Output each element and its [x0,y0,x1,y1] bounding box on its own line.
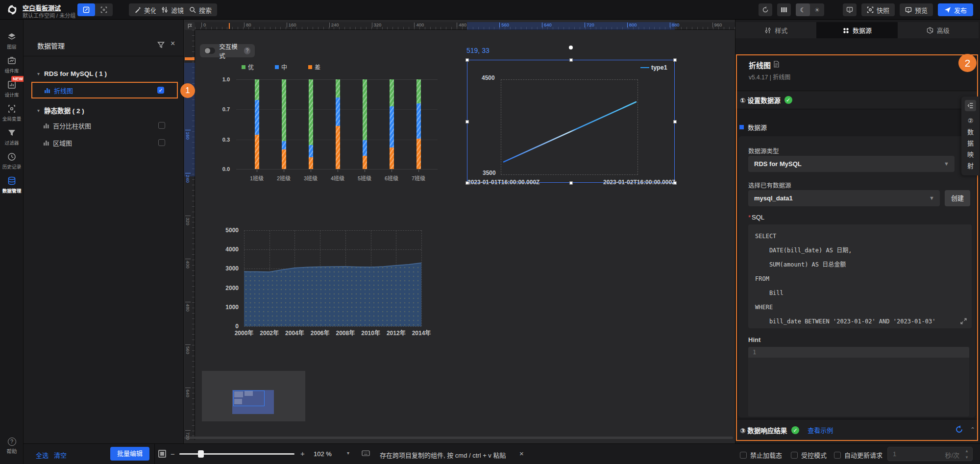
tree-group-0[interactable]: ▾RDS for MySQL ( 1 ) [37,70,107,77]
selection-handle[interactable] [673,58,677,62]
sidebar-item-0[interactable]: 图层 [0,32,24,50]
controlled-mode-checkbox[interactable]: 受控模式 [791,450,827,460]
tree-group-1[interactable]: ▾静态数据 ( 2 ) [37,105,84,115]
minimap-toggle-icon[interactable] [158,450,166,458]
caret-down-icon[interactable]: ▾ [37,108,40,113]
design-canvas[interactable]: 交互模式 ? 优中差1.00.70.30.01班级2班级3班级4班级5班级6班级… [184,20,735,443]
moon-icon[interactable]: ☾ [796,3,810,16]
expand-icon[interactable] [960,318,967,324]
sql-editor[interactable]: SELECT DATE(bill_date) AS 日期, SUM(amount… [748,224,972,328]
tree-item-百分比柱状图[interactable]: 百分比柱状图 [31,117,178,134]
doc-icon[interactable] [773,61,780,68]
create-button[interactable]: 创建 [945,190,970,206]
tree-item-区域图[interactable]: 区域图 [31,134,178,151]
tab-样式[interactable]: 样式 [735,22,816,38]
snapshot-button[interactable]: 快照 [861,3,895,16]
component-name: 折线图 [749,60,771,70]
annotation-badge-2: 2 [958,54,977,72]
tree-item-checkbox[interactable] [158,122,165,129]
mapping-tab-char: 射 [961,160,980,171]
checkbox[interactable] [740,452,747,459]
collapse-panel-icon[interactable] [965,100,976,111]
interval-stepper[interactable]: ▲▼ [965,448,969,461]
zoom-slider-handle[interactable] [198,450,204,458]
theme-toggle[interactable]: ☾ ☀ [796,3,824,16]
monitor-alert-button[interactable] [843,3,857,16]
sidebar-item-6[interactable]: 数据管理 [0,176,24,194]
selection-handle[interactable] [569,58,573,62]
zoom-value[interactable]: 102 % [314,450,332,458]
history-refresh-button[interactable] [759,3,772,16]
monitor-alert-icon [846,6,853,13]
data-response-row[interactable]: ③ 数据响应结果 ✓ 查看示例 [735,419,979,440]
caret-down-icon[interactable]: ▾ [37,71,40,76]
disable-loading-checkbox[interactable]: 禁止加载态 [740,450,782,460]
line-y-tick: 4500 [482,74,495,81]
clear-link[interactable]: 清空 [54,450,67,460]
selection-handle[interactable] [466,120,469,123]
breadcrumb[interactable]: 默认工作空间 / 未分组 [23,11,75,19]
panel-close-icon[interactable]: × [171,39,175,48]
refresh-icon [762,6,769,13]
sql-line-6: bill_date BETWEEN '2023-01-02' AND '2023… [755,315,965,329]
pan-mode-button[interactable] [95,3,113,16]
sidebar-item-1[interactable]: 组件库 [0,56,24,74]
required-asterisk: * [748,214,751,221]
tree-item-label: 折线图 [54,86,157,95]
tree-item-折线图[interactable]: 折线图✓ [31,82,178,98]
select-all-link[interactable]: 全选 [36,450,49,460]
ds-type-select[interactable]: RDS for MySQL ▼ [748,156,955,172]
batch-edit-button[interactable]: 批量编辑 [110,447,149,461]
toast-close-icon[interactable]: × [519,449,524,458]
edit-mode-button[interactable] [77,3,95,16]
auto-update-checkbox[interactable]: 自动更新请求 [834,450,882,460]
filter-funnel-icon[interactable] [157,41,165,49]
filter-label: 滤镜 [171,5,184,15]
tab-高级[interactable]: 高级 [898,22,979,38]
component-version: v5.4.17 | 折线图 [749,73,790,81]
canvas-thumbnail[interactable] [202,371,305,421]
collapse-up-icon[interactable]: ⌃ [970,426,975,433]
result-label: ③ 数据响应结果 [740,425,787,435]
ds-pick-select[interactable]: mysql_data1 ▼ [748,190,940,206]
sidebar-item-4[interactable]: 过滤器 [0,128,24,146]
preview-button[interactable]: 预览 [900,3,933,16]
checkbox[interactable] [834,452,841,459]
tab-数据源[interactable]: 数据源 [816,22,897,38]
tab-data-mapping[interactable]: ②数据映射 [961,115,980,171]
sidebar-item-5[interactable]: 历史记录 [0,152,24,170]
selection-handle[interactable] [466,58,469,62]
selection-handle[interactable] [569,181,573,185]
zoom-out-button[interactable]: − [171,450,175,458]
canvas-horizontal-scrollbar[interactable] [184,437,733,439]
sidebar-item-help[interactable]: ? 帮助 [0,438,24,455]
ds-type-label: 数据源类型 [748,146,779,155]
selection-handle[interactable] [673,120,677,123]
app-logo-icon[interactable] [6,3,19,16]
zoom-caret-icon[interactable]: ▾ [347,450,349,456]
sun-icon[interactable]: ☀ [810,3,824,16]
tree-item-checkbox[interactable] [158,139,165,146]
publish-icon [944,6,951,13]
zoom-slider[interactable] [179,453,294,455]
selection-rotate-handle[interactable] [569,46,573,49]
view-example-link[interactable]: 查看示例 [808,425,833,435]
h-ruler-number: 800 [627,23,637,27]
step-set-datasource[interactable]: ① 设置数据源 ✓ [735,91,978,109]
search-button[interactable]: 搜索 [184,3,217,16]
hint-editor[interactable]: 1 [748,347,969,416]
checkbox[interactable] [791,452,798,459]
zoom-in-button[interactable]: + [300,449,305,458]
tree-item-checkbox[interactable]: ✓ [157,87,164,94]
area-gridline-h [244,326,421,327]
area-x-label: 2012年 [387,328,406,337]
v-ruler-number: 640 [185,388,191,397]
layout-columns-button[interactable] [777,3,791,16]
thumbnail-viewport[interactable] [233,391,265,406]
update-interval-input[interactable]: 1 秒/次 ▲▼ [887,447,973,461]
refresh-response-icon[interactable] [955,425,963,434]
publish-button[interactable]: 发布 [938,3,973,16]
area-chart[interactable]: 5000400030002000100002000年2002年2004年2006… [184,20,458,343]
sidebar-item-3[interactable]: 全局变量 [0,104,24,122]
sidebar-item-2[interactable]: NEW设计库 [0,80,24,98]
